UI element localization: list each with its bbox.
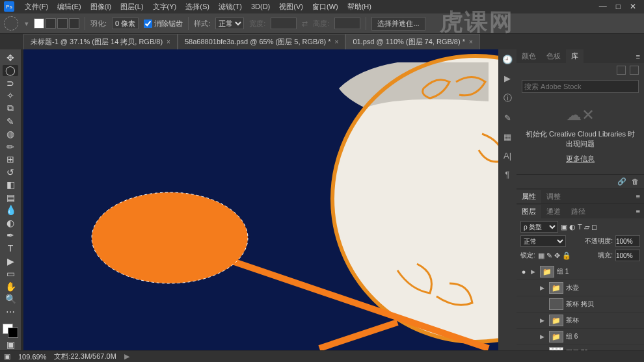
layer-row[interactable]: ▶📁茶杯 — [517, 313, 644, 329]
refine-edge-button[interactable]: 选择并遮住... — [371, 17, 425, 31]
magic-wand-tool[interactable]: ✧ — [3, 90, 18, 102]
menu-layer[interactable]: 图层(L) — [116, 1, 147, 13]
expand-icon[interactable]: ▶ — [540, 317, 546, 324]
fill-input[interactable] — [615, 250, 640, 261]
eyedropper-tool[interactable]: ✎ — [3, 116, 18, 127]
stock-search-input[interactable] — [522, 80, 639, 93]
opacity-input[interactable] — [615, 235, 640, 247]
visibility-icon[interactable]: ● — [519, 268, 528, 276]
menu-window[interactable]: 窗口(W) — [308, 1, 342, 13]
panel-tab-layers[interactable]: 图层 — [517, 205, 541, 218]
layer-row[interactable]: ●▶📁组 1 — [517, 264, 644, 280]
hand-tool[interactable]: ✋ — [3, 281, 18, 292]
window-close-icon[interactable]: ✕ — [630, 2, 636, 11]
panel-tab-paths[interactable]: 路径 — [566, 205, 591, 218]
panel-tab-channels[interactable]: 通道 — [541, 205, 566, 218]
filter-smart-icon[interactable]: ◻ — [591, 223, 597, 231]
filter-shape-icon[interactable]: ▱ — [584, 223, 589, 231]
gradient-tool[interactable]: ▤ — [3, 192, 18, 203]
window-minimize-icon[interactable]: — — [599, 2, 607, 11]
panel-tab-adjustments[interactable]: 调整 — [541, 190, 566, 203]
menu-filter[interactable]: 滤镜(T) — [215, 1, 246, 13]
doc-tab-1[interactable]: 未标题-1 @ 37.1% (图层 14 拷贝, RGB/8)× — [23, 34, 178, 49]
expand-icon[interactable]: ▶ — [531, 268, 537, 275]
lock-all-icon[interactable]: 🔒 — [562, 252, 571, 260]
menu-type[interactable]: 文字(Y) — [149, 1, 181, 13]
filter-image-icon[interactable]: ▣ — [561, 223, 567, 231]
doc-tab-2[interactable]: 58a68801bfe3a.psd @ 65% (图层 5, RGB/8) *× — [178, 34, 345, 49]
menu-file[interactable]: 文件(F) — [21, 1, 52, 13]
expand-icon[interactable]: ▶ — [540, 333, 546, 340]
panel-tab-swatches[interactable]: 色板 — [541, 49, 566, 63]
panel-tab-properties[interactable]: 属性 — [517, 190, 541, 203]
type-tool[interactable]: T — [3, 242, 18, 254]
trash-icon[interactable]: 🗑 — [632, 177, 639, 186]
link-icon[interactable]: 🔗 — [617, 177, 626, 186]
doc-tab-3[interactable]: 01.psd @ 110% (图层 74, RGB/8) *× — [345, 34, 479, 49]
marquee-tool-icon[interactable] — [4, 16, 18, 31]
menu-3d[interactable]: 3D(D) — [247, 1, 274, 12]
list-view-icon[interactable] — [630, 66, 639, 75]
menu-edit[interactable]: 编辑(E) — [53, 1, 85, 13]
lock-paint-icon[interactable]: ✎ — [546, 252, 552, 260]
menu-view[interactable]: 视图(V) — [275, 1, 307, 13]
layer-name: 茶杯 — [566, 316, 641, 325]
expand-icon[interactable]: ▶ — [540, 285, 546, 291]
window-maximize-icon[interactable]: □ — [616, 2, 621, 11]
shape-tool[interactable]: ▭ — [3, 268, 18, 279]
quickmask-toggle[interactable]: ▣ — [3, 339, 18, 351]
zoom-level[interactable]: 109.69% — [18, 353, 46, 361]
crop-tool[interactable]: ⧉ — [3, 103, 18, 114]
paragraph-panel-icon[interactable]: ¶ — [505, 170, 510, 179]
lock-trans-icon[interactable]: ▦ — [538, 252, 544, 260]
stamp-tool[interactable]: ⊞ — [3, 153, 18, 165]
style-select[interactable]: 正常 — [215, 18, 244, 29]
info-panel-icon[interactable]: ⓘ — [503, 92, 512, 104]
panel-menu-icon[interactable]: ≡ — [632, 192, 644, 200]
panel-menu-icon[interactable]: ≡ — [632, 207, 644, 215]
blend-mode-select[interactable]: 正常 — [520, 235, 566, 247]
edit-toolbar[interactable]: ⋯ — [3, 306, 18, 318]
color-swatches[interactable] — [3, 324, 18, 337]
antialias-checkbox[interactable] — [144, 19, 152, 28]
lasso-tool[interactable]: ⊃ — [3, 77, 18, 89]
eraser-tool[interactable]: ◧ — [3, 179, 18, 190]
filter-type-icon[interactable]: T — [578, 223, 582, 231]
cclib-more-link[interactable]: 更多信息 — [523, 154, 637, 164]
close-icon[interactable]: × — [469, 38, 473, 45]
blur-tool[interactable]: 💧 — [3, 205, 18, 216]
swatches-panel-icon[interactable]: ▦ — [503, 132, 511, 142]
selection-mode-buttons[interactable] — [34, 18, 79, 29]
history-brush-tool[interactable]: ↺ — [3, 166, 18, 178]
path-select-tool[interactable]: ▶ — [3, 255, 18, 267]
brush-tool[interactable]: ✏ — [3, 141, 18, 153]
layer-row[interactable]: 茶杯 拷贝 — [517, 296, 644, 313]
layer-row[interactable]: ▶📁组 6 — [517, 329, 644, 345]
layer-row[interactable]: ▶📁水壶 — [517, 280, 644, 296]
menu-select[interactable]: 选择(S) — [181, 1, 213, 13]
close-icon[interactable]: × — [167, 38, 170, 45]
panel-tab-color[interactable]: 颜色 — [517, 49, 541, 63]
menu-image[interactable]: 图像(I) — [87, 1, 115, 13]
marquee-tool[interactable]: ◯ — [3, 65, 18, 77]
zoom-tool[interactable]: 🔍 — [3, 293, 18, 305]
dodge-tool[interactable]: ◐ — [3, 217, 18, 229]
play-icon[interactable]: ▶ — [504, 73, 511, 83]
history-panel-icon[interactable]: 🕘 — [502, 55, 513, 64]
menu-help[interactable]: 帮助(H) — [343, 1, 375, 13]
panel-tab-libraries[interactable]: 库 — [566, 49, 584, 63]
filter-adjust-icon[interactable]: ◐ — [569, 223, 576, 231]
panel-menu-icon[interactable]: ≡ — [632, 53, 644, 60]
doc-size[interactable]: 文档:22.3M/567.0M — [54, 352, 116, 361]
healing-tool[interactable]: ◍ — [3, 128, 18, 140]
pen-tool[interactable]: ✒ — [3, 230, 18, 242]
canvas-area[interactable] — [21, 49, 498, 350]
grid-view-icon[interactable] — [617, 66, 626, 75]
brush-panel-icon[interactable]: ✎ — [504, 113, 511, 123]
feather-input[interactable]: 0 像素 — [112, 18, 139, 29]
move-tool[interactable]: ✥ — [3, 52, 18, 64]
layer-filter-select[interactable]: ρ 类型 — [520, 221, 558, 233]
lock-pos-icon[interactable]: ✥ — [554, 252, 560, 260]
char-panel-icon[interactable]: A| — [503, 151, 511, 161]
close-icon[interactable]: × — [335, 38, 339, 45]
